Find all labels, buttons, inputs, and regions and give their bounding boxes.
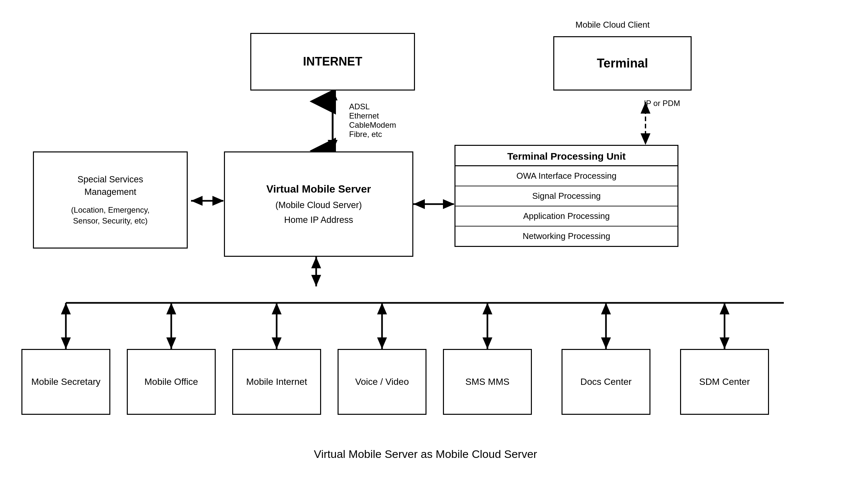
svg-marker-33	[272, 338, 282, 349]
tpu-row-signal: Signal Processing	[456, 186, 677, 206]
svg-marker-44	[720, 303, 729, 314]
svg-marker-41	[601, 303, 611, 314]
vms-label2: (Mobile Cloud Server)	[275, 199, 362, 212]
svg-marker-19	[191, 196, 202, 206]
vms-label1: Virtual Mobile Server	[266, 182, 371, 197]
svg-marker-38	[482, 303, 492, 314]
tpu-row-network: Networking Processing	[456, 227, 677, 246]
svg-marker-30	[166, 338, 176, 349]
svg-marker-10	[328, 89, 338, 101]
mobile-internet-box: Mobile Internet	[232, 349, 321, 415]
sdm-center-box: SDM Center	[680, 349, 769, 415]
ss-label4: Sensor, Security, etc)	[73, 215, 147, 227]
svg-marker-32	[272, 303, 282, 314]
svg-marker-36	[377, 338, 387, 349]
svg-marker-17	[443, 199, 455, 209]
mobile-secretary-box: Mobile Secretary	[21, 349, 110, 415]
special-services-box: Special Services Management (Location, E…	[33, 151, 188, 249]
svg-marker-35	[377, 303, 387, 314]
vms-box: Virtual Mobile Server (Mobile Cloud Serv…	[224, 151, 413, 257]
voice-video-box: Voice / Video	[338, 349, 426, 415]
tpu-container: Terminal Processing Unit OWA Interface P…	[455, 145, 678, 247]
ss-label1: Special Services	[77, 174, 143, 186]
terminal-box: Terminal	[553, 36, 692, 91]
sdm-center-label: SDM Center	[699, 375, 750, 388]
docs-center-box: Docs Center	[562, 349, 651, 415]
mobile-secretary-label: Mobile Secretary	[31, 375, 101, 388]
mobile-office-label: Mobile Office	[145, 375, 198, 388]
svg-marker-39	[482, 338, 492, 349]
tpu-row-app: Application Processing	[456, 206, 677, 227]
internet-label: INTERNET	[303, 53, 362, 70]
svg-marker-45	[720, 338, 729, 349]
svg-marker-23	[311, 275, 321, 286]
ss-label2: Management	[84, 186, 136, 198]
svg-marker-14	[641, 133, 651, 145]
sms-mms-box: SMS MMS	[443, 349, 532, 415]
arrows-svg	[0, 0, 851, 504]
mobile-cloud-client-label: Mobile Cloud Client	[544, 20, 682, 30]
svg-marker-11	[328, 140, 338, 151]
mobile-office-box: Mobile Office	[127, 349, 216, 415]
mobile-internet-label: Mobile Internet	[246, 375, 307, 388]
ss-label3: (Location, Emergency,	[71, 204, 149, 216]
adsl-annotation: ADSLEthernetCableModemFibre, etc	[349, 102, 422, 139]
tpu-row-owa: OWA Interface Processing	[456, 166, 677, 186]
svg-marker-29	[166, 303, 176, 314]
svg-marker-20	[212, 196, 224, 206]
svg-marker-42	[601, 338, 611, 349]
bottom-caption: Virtual Mobile Server as Mobile Cloud Se…	[198, 448, 653, 461]
vms-label3: Home IP Address	[284, 214, 353, 227]
ip-pdm-annotation: IP or PDM	[626, 99, 698, 108]
docs-center-label: Docs Center	[580, 375, 632, 388]
svg-marker-26	[61, 303, 71, 314]
svg-marker-16	[413, 199, 425, 209]
svg-marker-27	[61, 338, 71, 349]
internet-box: INTERNET	[250, 33, 415, 91]
voice-video-label: Voice / Video	[355, 375, 409, 388]
diagram: INTERNET Mobile Cloud Client Terminal IP…	[0, 0, 851, 504]
terminal-label: Terminal	[597, 55, 648, 72]
tpu-header: Terminal Processing Unit	[456, 146, 677, 166]
svg-marker-22	[311, 257, 321, 268]
sms-mms-label: SMS MMS	[465, 375, 510, 388]
